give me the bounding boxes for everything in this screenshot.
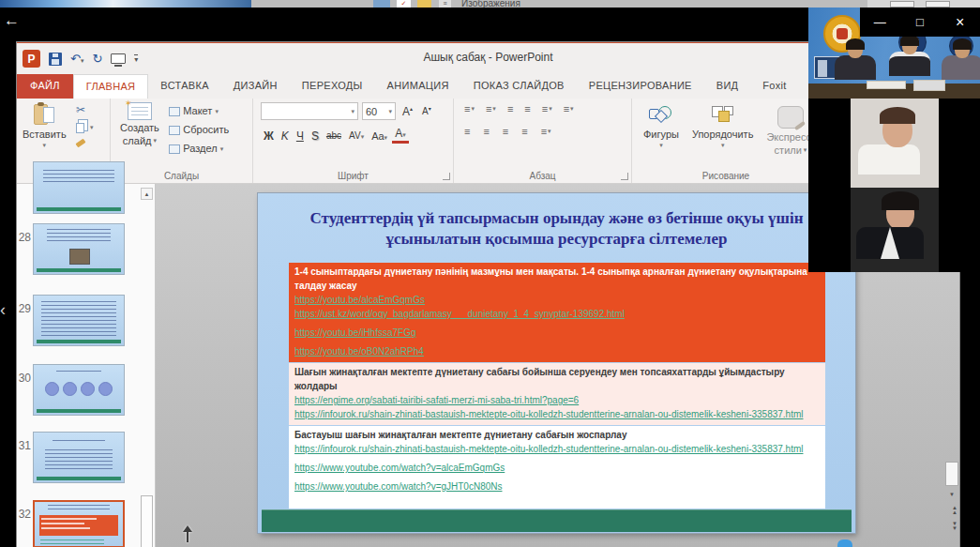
font-dialog-launcher-icon[interactable] bbox=[443, 173, 450, 180]
copy-button[interactable]: ▾ bbox=[76, 120, 94, 133]
font-size-combo[interactable]: 60▾ bbox=[362, 102, 396, 120]
font-color-dropdown-icon: ▾ bbox=[402, 131, 406, 138]
slide-block-resources-1[interactable]: 1-4 сыныптардағы дүниетану пәнінің мазмұ… bbox=[289, 263, 825, 362]
block2-link[interactable]: https://engime.org/sabati-tairibi-safati… bbox=[294, 393, 820, 407]
quick-styles-icon bbox=[777, 106, 804, 129]
chevron-left-icon[interactable]: ‹ bbox=[0, 300, 6, 320]
tab-view[interactable]: ВИД bbox=[704, 74, 751, 99]
quick-styles-button[interactable]: Экспресс- стили▾ bbox=[766, 106, 814, 156]
align-center-icon: ≡ bbox=[483, 126, 489, 137]
paste-button[interactable]: Вставить ▾ bbox=[23, 102, 67, 149]
block1-link[interactable]: https://ust.kz/word/oqy_bagdarlamasy___d… bbox=[294, 307, 820, 321]
close-button[interactable]: × bbox=[946, 14, 974, 31]
tab-file[interactable]: ФАЙЛ bbox=[17, 74, 73, 99]
numbering-button[interactable]: ≡▾ bbox=[483, 102, 499, 115]
block1-link[interactable]: https://youtu.be/alcaEmGqmGs bbox=[294, 293, 820, 307]
tab-slideshow[interactable]: ПОКАЗ СЛАЙДОВ bbox=[461, 74, 577, 99]
block1-link[interactable]: https://youtu.be/oB0N2ahRPh4 bbox=[294, 344, 820, 358]
slide-block-resources-3[interactable]: Бастауыш шағын жинақталған мектепте дүни… bbox=[289, 426, 825, 509]
grow-font-button[interactable]: A▴ bbox=[400, 104, 415, 119]
tab-home[interactable]: ГЛАВНАЯ bbox=[73, 74, 149, 99]
slide-thumbnail-29[interactable] bbox=[33, 295, 125, 346]
scroll-down-button[interactable]: ▼ bbox=[945, 489, 958, 502]
font-color-button[interactable]: A▾ bbox=[392, 128, 409, 144]
tab-review[interactable]: РЕЦЕНЗИРОВАНИЕ bbox=[577, 74, 704, 99]
video-tile-participant-2[interactable] bbox=[808, 99, 980, 188]
video-tile-participant-3[interactable] bbox=[808, 188, 980, 272]
line-spacing-button[interactable]: ≡▾ bbox=[539, 102, 555, 115]
slide-canvas[interactable]: Студенттердің үй тапсырмасын орындау жән… bbox=[258, 193, 855, 533]
text-direction-button[interactable]: ≡▾ bbox=[561, 102, 577, 115]
clipboard-small-buttons: ✂ ▾ bbox=[76, 102, 94, 145]
block3-link[interactable]: https://infourok.ru/shain-zhinati-bastau… bbox=[294, 442, 820, 456]
previous-slide-button[interactable]: ▲▲ bbox=[952, 506, 957, 515]
block2-link[interactable]: https://infourok.ru/shain-zhinati-bastau… bbox=[294, 407, 820, 421]
increase-indent-button[interactable]: ≡ bbox=[521, 102, 533, 115]
tab-transitions[interactable]: ПЕРЕХОДЫ bbox=[290, 74, 375, 99]
tab-animations[interactable]: АНИМАЦИЯ bbox=[375, 74, 461, 99]
slide-thumbnail-32-selected[interactable] bbox=[33, 500, 125, 547]
text-shadow-button[interactable]: S bbox=[309, 129, 322, 144]
minimize-button[interactable]: — bbox=[866, 15, 894, 29]
slide-thumbnail-28[interactable] bbox=[33, 223, 125, 275]
columns-button[interactable]: ≡▾ bbox=[538, 125, 554, 138]
back-icon[interactable]: ← bbox=[4, 11, 20, 30]
strikethrough-button[interactable]: abc bbox=[324, 129, 344, 142]
decrease-indent-button[interactable]: ≡ bbox=[505, 102, 516, 115]
align-center-button[interactable]: ≡ bbox=[480, 125, 491, 138]
slide-thumbnail-partial[interactable] bbox=[33, 161, 125, 214]
italic-button[interactable]: K bbox=[279, 129, 292, 144]
video-tile-room[interactable]: — □ × bbox=[808, 8, 980, 99]
section-button[interactable]: Раздел▾ bbox=[169, 142, 229, 156]
change-case-button[interactable]: Aa▾ bbox=[369, 129, 390, 143]
arrange-icon bbox=[712, 106, 734, 125]
slide-block-resources-2[interactable]: Шағын жинақталған мектепте дүниетану саб… bbox=[289, 363, 825, 425]
panel-scroll-up-button[interactable]: ▲ bbox=[141, 188, 153, 200]
tab-design[interactable]: ДИЗАЙН bbox=[221, 74, 290, 99]
window-controls: — □ × bbox=[860, 8, 980, 37]
reset-button[interactable]: Сбросить bbox=[169, 123, 229, 137]
participant bbox=[876, 195, 924, 259]
canvas-scrollbar-thumb[interactable] bbox=[945, 462, 958, 486]
character-spacing-button[interactable]: AV▾ bbox=[346, 129, 367, 142]
numbering-dropdown-icon: ▾ bbox=[492, 105, 496, 113]
slides-small-buttons: Макет▾ Сбросить Раздел▾ bbox=[169, 102, 229, 156]
slide-thumbnail-30[interactable] bbox=[33, 364, 125, 416]
slide-title[interactable]: Студенттердің үй тапсырмасын орындау жән… bbox=[303, 208, 810, 251]
cut-button[interactable]: ✂ bbox=[76, 104, 94, 116]
align-left-button[interactable]: ≡ bbox=[461, 125, 473, 138]
underline-button[interactable]: Ч bbox=[294, 129, 307, 144]
maximize-button[interactable]: □ bbox=[906, 15, 934, 29]
panel-scrollbar-thumb[interactable] bbox=[141, 495, 153, 547]
format-painter-button[interactable] bbox=[76, 137, 94, 145]
block3-link[interactable]: https://www.youtube.com/watch?v=gJHT0cN8… bbox=[294, 479, 820, 494]
block3-link[interactable]: https://www.youtube.com/watch?v=alcaEmGq… bbox=[294, 461, 820, 475]
folder-tab-icon bbox=[417, 0, 431, 8]
slide-number-29: 29 bbox=[17, 302, 31, 315]
slide-thumbnail-31[interactable] bbox=[33, 432, 125, 483]
tab-insert[interactable]: ВСТАВКА bbox=[148, 74, 220, 99]
justify-button[interactable]: ≡ bbox=[519, 125, 530, 138]
tab-foxit[interactable]: Foxit bbox=[750, 74, 798, 99]
align-right-button[interactable]: ≡ bbox=[500, 125, 511, 138]
block1-link[interactable]: https://youtu.be/iHhfssa7FGg bbox=[294, 326, 820, 340]
slide-footer-bar bbox=[262, 509, 852, 532]
shrink-font-label: A bbox=[422, 107, 429, 117]
layout-button[interactable]: Макет▾ bbox=[169, 104, 229, 118]
copy-dropdown-icon[interactable]: ▾ bbox=[90, 121, 94, 133]
bold-button[interactable]: Ж bbox=[261, 129, 277, 144]
new-slide-button[interactable]: ✶ Создать слайд▾ bbox=[120, 102, 159, 146]
bullets-button[interactable]: ≡▾ bbox=[461, 102, 477, 115]
arrange-button[interactable]: Упорядочить ▾ bbox=[692, 106, 753, 149]
layout-icon bbox=[169, 107, 180, 116]
paste-dropdown-icon[interactable]: ▾ bbox=[43, 142, 47, 149]
shapes-button[interactable]: Фигуры ▾ bbox=[643, 106, 679, 149]
font-name-combo[interactable]: ▾ bbox=[261, 102, 358, 120]
shapes-label: Фигуры bbox=[643, 129, 679, 140]
thumbnail-orange-block bbox=[39, 515, 118, 536]
projector bbox=[913, 80, 945, 91]
shrink-font-button[interactable]: A▾ bbox=[419, 104, 434, 117]
paragraph-dialog-launcher-icon[interactable] bbox=[621, 173, 628, 180]
next-slide-button[interactable]: ▼▼ bbox=[952, 522, 957, 531]
previous-slide-icon2: ▲ bbox=[952, 510, 957, 515]
